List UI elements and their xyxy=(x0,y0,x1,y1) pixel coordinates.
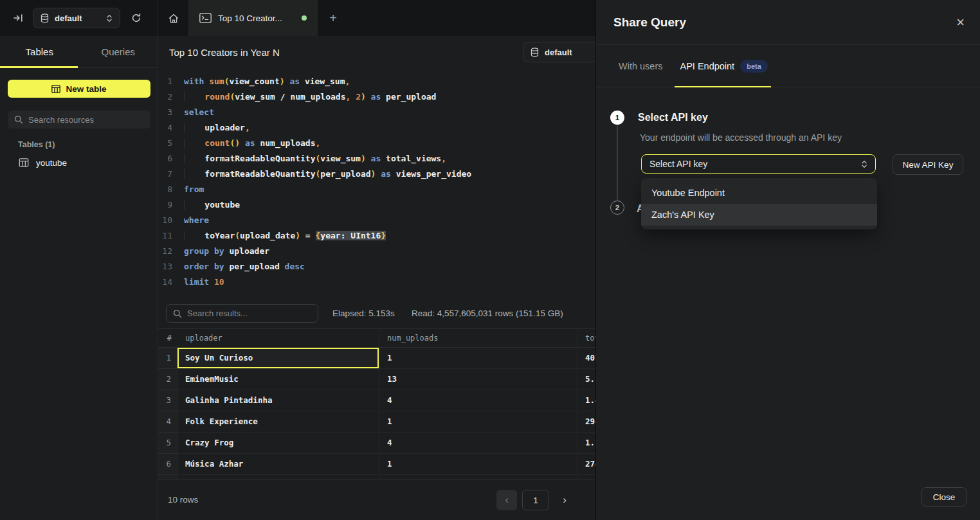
line-number: 11 xyxy=(158,228,172,244)
column-header-uploader[interactable]: uploader xyxy=(177,329,379,347)
code-token: ) xyxy=(295,231,300,240)
code-line[interactable]: 8from xyxy=(158,182,595,197)
close-panel-button[interactable]: Close xyxy=(921,487,966,507)
num-uploads-cell[interactable]: 1 xyxy=(379,454,577,475)
code-line[interactable]: 5 count() as num_uploads, xyxy=(158,136,595,151)
tables-section-label: Tables (1) xyxy=(18,140,55,149)
code-token xyxy=(184,231,204,240)
code-token: desc xyxy=(280,262,305,271)
tab-queries[interactable]: Queries xyxy=(79,36,158,67)
resource-search[interactable] xyxy=(8,111,150,129)
code-token: select xyxy=(184,107,214,117)
total-views-cell[interactable]: 407 xyxy=(577,348,595,369)
main-area: Top 10 Creator... + Top 10 Creators in Y… xyxy=(158,0,595,520)
database-select[interactable]: default xyxy=(33,8,120,28)
code-token xyxy=(350,92,356,102)
code-line[interactable]: 2 round(view_sum / num_uploads, 2) as pe… xyxy=(158,89,595,105)
code-line[interactable]: 13order by per_upload desc xyxy=(158,259,595,274)
code-line[interactable]: 3select xyxy=(158,105,595,120)
code-token: as xyxy=(285,76,305,86)
num-uploads-cell[interactable]: 1 xyxy=(379,411,577,433)
code-token: / xyxy=(275,92,290,102)
sidebar-item-youtube[interactable]: youtube xyxy=(10,154,148,171)
column-header-total-views[interactable]: tot xyxy=(577,329,595,347)
api-key-dropdown-menu: Youtube EndpointZach's API Key xyxy=(641,178,877,229)
row-index-cell: 6 xyxy=(158,454,177,475)
uploader-cell[interactable]: Crazy Frog xyxy=(177,433,379,454)
code-token: total_views xyxy=(386,154,441,163)
num-uploads-cell[interactable]: 4 xyxy=(379,390,577,411)
sql-editor[interactable]: 1with sum(view_count) as view_sum,2 roun… xyxy=(158,68,595,299)
code-line[interactable]: 9 youtube xyxy=(158,197,595,213)
results-search-input[interactable] xyxy=(187,309,311,318)
num-uploads-cell[interactable]: 4 xyxy=(379,433,577,454)
code-line[interactable]: 10where xyxy=(158,213,595,228)
tab-tables[interactable]: Tables xyxy=(0,36,79,67)
sidebar-topbar: default xyxy=(0,0,158,36)
column-header-num-uploads[interactable]: num_uploads xyxy=(379,329,577,347)
prev-page-button[interactable]: ‹ xyxy=(496,490,517,510)
code-token: ( xyxy=(235,231,240,240)
total-views-cell[interactable]: 294 xyxy=(577,411,595,433)
uploader-cell[interactable]: Música Azhar xyxy=(177,454,379,475)
column-header-index[interactable]: # xyxy=(158,329,177,347)
step-1-title: Select API key xyxy=(638,112,708,123)
code-token: ) xyxy=(280,76,285,86)
code-token: } xyxy=(381,231,386,240)
code-token: uploader xyxy=(229,246,269,256)
unsaved-status-dot xyxy=(302,15,307,21)
line-number: 4 xyxy=(158,120,172,136)
results-header-row: # uploader num_uploads tot xyxy=(158,328,595,348)
uploader-cell[interactable]: Galinha Pintadinha xyxy=(177,390,379,411)
next-page-button[interactable]: › xyxy=(554,490,575,510)
resource-search-input[interactable] xyxy=(28,115,144,125)
uploader-cell[interactable]: EminemMusic xyxy=(177,369,379,390)
code-token: num_uploads xyxy=(260,138,315,148)
active-tab-underline xyxy=(0,66,78,68)
api-key-menu-item[interactable]: Youtube Endpoint xyxy=(641,182,877,204)
collapse-sidebar-icon[interactable] xyxy=(13,13,24,23)
code-line[interactable]: 14limit 10 xyxy=(158,274,595,290)
total-views-cell[interactable]: 1.1 xyxy=(577,433,595,454)
tab-with-users[interactable]: With users xyxy=(619,61,663,71)
code-token xyxy=(184,92,204,102)
total-views-cell[interactable]: 5.1 xyxy=(577,369,595,390)
new-table-button[interactable]: New table xyxy=(8,80,150,98)
uploader-cell[interactable]: Folk Experience xyxy=(177,411,379,433)
total-views-cell[interactable]: 1.4 xyxy=(577,390,595,411)
num-uploads-cell[interactable]: 1 xyxy=(379,348,577,369)
code-token: view_sum xyxy=(320,154,361,163)
num-uploads-cell[interactable]: 13 xyxy=(379,369,577,390)
code-token: per_upload xyxy=(229,262,279,271)
code-token: round xyxy=(204,92,230,102)
code-line[interactable]: 11 toYear(upload_date) = {year: UInt16} xyxy=(158,228,595,244)
close-icon[interactable]: × xyxy=(956,15,965,30)
code-token: as xyxy=(376,169,395,179)
api-key-menu-item[interactable]: Zach's API Key xyxy=(641,204,877,226)
code-token: formatReadableQuantity xyxy=(204,154,315,163)
results-search[interactable] xyxy=(166,304,318,323)
code-line[interactable]: 7 formatReadableQuantity(per_upload) as … xyxy=(158,166,595,182)
tab-top-10-creators[interactable]: Top 10 Creator... xyxy=(189,0,318,36)
code-line[interactable]: 6 formatReadableQuantity(view_sum) as to… xyxy=(158,151,595,166)
table-row: 2EminemMusic135.1 xyxy=(158,369,595,390)
total-views-cell[interactable]: 274 xyxy=(577,454,595,475)
code-token: from xyxy=(184,184,204,194)
results-body: 1Soy Un Curioso14072EminemMusic135.13Gal… xyxy=(158,348,595,479)
refresh-icon[interactable] xyxy=(131,13,141,23)
table-row: 3Galinha Pintadinha41.4 xyxy=(158,390,595,411)
tab-api-endpoint[interactable]: API Endpoint beta xyxy=(680,60,768,73)
query-database-select[interactable]: default xyxy=(523,42,595,62)
new-api-key-button[interactable]: New API Key xyxy=(893,154,963,175)
api-key-select[interactable]: Select API key xyxy=(641,154,876,174)
new-tab-button[interactable]: + xyxy=(318,0,349,36)
current-page[interactable]: 1 xyxy=(522,490,549,510)
code-line[interactable]: 4 uploader, xyxy=(158,120,595,136)
database-icon xyxy=(41,13,49,23)
sidebar: default Tables Queries New table Tables … xyxy=(0,0,158,520)
row-index-cell: 5 xyxy=(158,433,177,454)
code-line[interactable]: 12group by uploader xyxy=(158,244,595,259)
code-line[interactable]: 1with sum(view_count) as view_sum, xyxy=(158,74,595,89)
uploader-cell[interactable]: Soy Un Curioso xyxy=(177,348,379,369)
home-button[interactable] xyxy=(158,0,189,36)
